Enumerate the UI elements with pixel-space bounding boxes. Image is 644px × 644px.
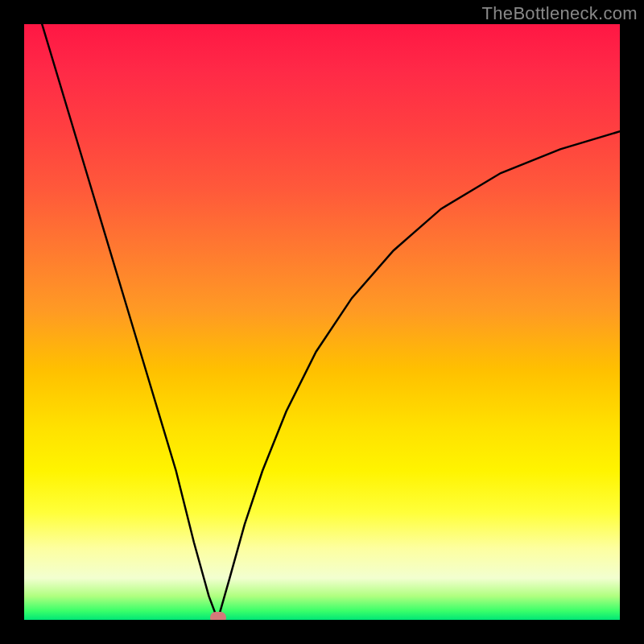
bottleneck-curve <box>24 24 620 620</box>
plot-area <box>24 24 620 620</box>
chart-frame: TheBottleneck.com <box>0 0 644 644</box>
optimal-marker <box>210 612 226 620</box>
watermark-text: TheBottleneck.com <box>482 3 638 24</box>
